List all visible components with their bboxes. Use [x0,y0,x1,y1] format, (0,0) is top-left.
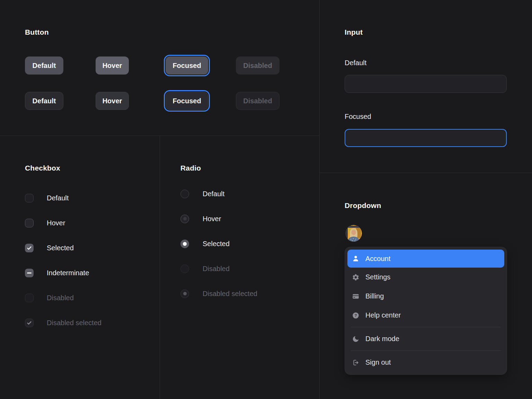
menu-item-settings[interactable]: Settings [347,268,504,287]
user-icon [352,255,360,262]
radio-selected[interactable] [180,240,189,248]
menu-item-label: Billing [365,292,384,300]
button-section-title: Button [25,28,49,36]
menu-item-label: Account [365,255,390,263]
checkbox-item-hover: Hover [25,217,65,228]
button-label: Disabled [243,97,272,105]
button-label: Focused [172,97,201,105]
menu-item-label: Dark mode [365,335,399,343]
button-primary-focused[interactable]: Focused [166,57,208,75]
button-label: Focused [172,62,201,70]
input-focused-field[interactable] [345,129,507,147]
button-label: Default [33,62,56,70]
radio-dot [183,217,187,220]
radio-item-disabled-selected: Disabled selected [180,288,257,299]
credit-card-icon [352,293,360,300]
radio-hover[interactable] [180,215,189,223]
radio-item-disabled: Disabled [180,263,230,274]
radio-item-default: Default [180,188,224,199]
menu-item-account[interactable]: Account [347,250,504,268]
checkbox-hover[interactable] [25,219,34,227]
radio-item-selected: Selected [180,238,230,249]
checkbox-section-title: Checkbox [25,164,60,172]
radio-default[interactable] [180,190,189,198]
checkbox-item-disabled-selected: Disabled selected [25,317,101,328]
radio-label: Default [203,190,224,198]
menu-divider [351,350,501,351]
menu-item-sign-out[interactable]: Sign out [347,353,504,372]
avatar-image [345,225,362,242]
svg-text:?: ? [355,313,357,318]
radio-section-title: Radio [180,164,201,172]
menu-item-label: Settings [365,273,390,281]
radio-dot [183,242,187,246]
checkbox-label: Hover [47,219,65,227]
help-circle-icon: ? [352,312,360,319]
menu-item-billing[interactable]: Billing [347,287,504,306]
checkbox-disabled-selected [25,319,34,327]
button-secondary-disabled: Disabled [236,92,280,110]
button-primary-hover[interactable]: Hover [96,57,129,75]
button-label: Default [33,97,56,105]
avatar[interactable] [345,225,362,242]
checkbox-label: Indeterminate [47,269,89,277]
checkbox-label: Default [47,194,69,202]
checkmark-icon [26,320,32,326]
checkbox-label: Disabled [47,294,74,302]
button-secondary-hover[interactable]: Hover [96,92,129,110]
checkbox-item-indeterminate: Indeterminate [25,267,89,278]
checkbox-selected[interactable] [25,244,34,252]
vertical-divider-checkbox-radio [160,136,160,399]
checkbox-default[interactable] [25,194,34,202]
moon-icon [352,335,360,343]
radio-dot [183,292,187,295]
menu-item-label: Help center [365,311,401,319]
radio-label: Hover [203,215,221,223]
menu-item-dark-mode[interactable]: Dark mode [347,329,504,348]
checkbox-item-default: Default [25,192,69,203]
button-secondary-default[interactable]: Default [25,92,63,110]
radio-disabled [180,264,189,273]
checkbox-item-selected: Selected [25,242,74,253]
checkbox-disabled [25,294,34,302]
button-label: Disabled [243,62,272,70]
checkbox-item-disabled: Disabled [25,292,74,303]
menu-item-help-center[interactable]: ? Help center [347,306,504,325]
radio-label: Disabled selected [203,290,257,298]
button-label: Hover [103,62,122,70]
button-label: Hover [103,97,122,105]
checkbox-indeterminate[interactable] [25,269,34,277]
radio-label: Selected [203,240,230,248]
checkmark-icon [26,245,32,251]
vertical-divider-main [319,0,320,399]
input-focused-label: Focused [345,113,371,121]
indeterminate-dash-icon [27,272,32,274]
button-primary-default[interactable]: Default [25,57,63,75]
input-default-field[interactable] [345,75,507,93]
button-secondary-focused[interactable]: Focused [166,92,208,110]
horizontal-divider-right [320,173,532,173]
checkbox-label: Selected [47,244,74,252]
dropdown-section-title: Dropdown [345,201,381,210]
radio-disabled-selected [180,289,189,298]
menu-item-label: Sign out [365,358,391,366]
checkbox-label: Disabled selected [47,319,101,327]
input-section-title: Input [345,28,363,36]
design-system-canvas: Button Default Hover Focused Disabled De… [0,0,532,399]
dropdown-menu: Account Settings Billing ? Help center [345,247,507,375]
menu-divider [351,327,501,327]
radio-item-hover: Hover [180,213,221,224]
input-default-label: Default [345,59,366,67]
sign-out-icon [352,359,360,366]
gear-icon [352,274,360,281]
radio-label: Disabled [203,265,230,273]
button-primary-disabled: Disabled [236,57,280,75]
